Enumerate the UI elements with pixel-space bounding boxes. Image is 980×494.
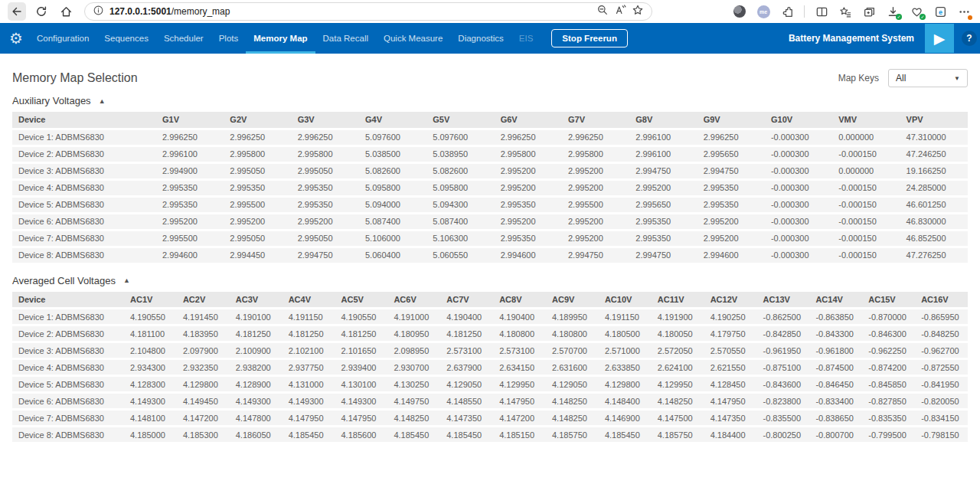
value-cell: 4.147950 — [493, 393, 546, 410]
table-row: Device 6: ADBMS68304.1493004.1494504.149… — [12, 393, 968, 410]
home-button[interactable] — [57, 2, 75, 21]
value-cell: 2.995800 — [224, 146, 291, 162]
auxiliary-voltages-table: DeviceG1VG2VG3VG4VG5VG6VG7VG8VG9VG10VVMV… — [12, 112, 968, 265]
column-header: G8V — [629, 112, 697, 129]
averaged-cell-voltages-header[interactable]: Averaged Cell Voltages ▲ — [12, 275, 968, 286]
extension-dark-icon[interactable] — [733, 5, 746, 18]
back-icon — [11, 5, 23, 18]
address-bar[interactable]: 127.0.0.1:5001/memory_map — [84, 2, 652, 21]
value-cell: 4.148250 — [652, 393, 704, 410]
downloads-icon[interactable]: ✓ — [886, 5, 900, 18]
value-cell: 2.995350 — [697, 179, 765, 196]
settings-gear-icon[interactable]: ⚙ — [9, 31, 23, 46]
value-cell: 2.995200 — [562, 162, 629, 179]
value-cell: 4.129050 — [440, 376, 493, 393]
value-cell: 4.128900 — [230, 376, 283, 393]
column-header: G7V — [562, 112, 629, 129]
nav-item-sequences[interactable]: Sequences — [96, 23, 156, 54]
main-content: Memory Map Selection Map Keys All ▼ Auxi… — [0, 54, 980, 444]
value-cell: 2.994600 — [495, 247, 562, 263]
nav-item-quick-measure[interactable]: Quick Measure — [376, 23, 450, 54]
device-cell: Device 3: ADBMS6830 — [12, 342, 124, 359]
value-cell: 5.094300 — [426, 196, 494, 213]
value-cell: 4.147350 — [704, 410, 757, 427]
value-cell: 46.830000 — [900, 213, 968, 230]
zoom-out-icon[interactable] — [596, 4, 609, 19]
value-cell: -0.838650 — [809, 410, 862, 427]
device-cell: Device 5: ADBMS6830 — [12, 196, 156, 213]
column-header: AC11V — [652, 292, 704, 309]
value-cell: 2.995350 — [292, 196, 359, 213]
back-button[interactable] — [8, 2, 26, 21]
column-header: AC8V — [493, 292, 546, 309]
column-header: AC5V — [335, 292, 388, 309]
device-cell: Device 8: ADBMS6830 — [12, 247, 156, 263]
device-cell: Device 3: ADBMS6830 — [12, 162, 156, 179]
value-cell: 2.995050 — [224, 162, 291, 179]
value-cell: 4.190250 — [704, 309, 757, 326]
value-cell: 2.101650 — [335, 342, 388, 359]
toolbar-extensions-area: me ✓ ✓ e — [733, 5, 972, 18]
favorites-icon[interactable] — [838, 5, 852, 18]
table-row: Device 7: ADBMS68302.9955002.9950502.995… — [12, 230, 968, 247]
value-cell: 4.149750 — [387, 393, 440, 410]
collections-icon[interactable] — [862, 5, 876, 18]
url-text[interactable]: 127.0.0.1:5001/memory_map — [109, 6, 591, 17]
favorite-star-icon[interactable] — [632, 4, 644, 19]
value-cell: 2.995200 — [495, 162, 562, 179]
value-cell: 46.852500 — [900, 230, 968, 247]
more-menu-icon[interactable] — [957, 5, 971, 18]
value-cell: 5.095800 — [359, 179, 426, 196]
value-cell: 4.189950 — [546, 309, 599, 326]
site-info-icon[interactable] — [93, 5, 104, 19]
ie-mode-icon[interactable]: e — [933, 5, 947, 18]
nav-item-data-recall[interactable]: Data Recall — [315, 23, 376, 54]
value-cell: -0.000300 — [765, 247, 832, 263]
nav-item-memory-map[interactable]: Memory Map — [246, 23, 315, 54]
help-icon[interactable]: ? — [962, 31, 977, 46]
value-cell: -0.848250 — [915, 326, 968, 342]
value-cell: -0.800700 — [809, 427, 862, 443]
averaged-cell-voltages-section: Averaged Cell Voltages ▲ DeviceAC1VAC2VA… — [12, 275, 968, 445]
extension-me-icon[interactable]: me — [756, 5, 770, 18]
value-cell: -0.843600 — [757, 376, 810, 393]
value-cell: 2.995800 — [292, 146, 359, 162]
value-cell: 2.995050 — [292, 162, 359, 179]
value-cell: 2.995650 — [629, 196, 697, 213]
value-cell: 4.147950 — [283, 410, 335, 427]
value-cell: 47.246250 — [900, 146, 968, 162]
value-cell: 4.181250 — [335, 326, 388, 342]
collapse-icon[interactable]: ▲ — [99, 97, 106, 105]
refresh-button[interactable] — [32, 2, 51, 21]
more-menu-notification-badge — [968, 15, 972, 20]
nav-item-scheduler[interactable]: Scheduler — [156, 23, 211, 54]
map-keys-dropdown[interactable]: All ▼ — [888, 69, 968, 87]
adi-logo[interactable]: ▶ — [925, 24, 954, 53]
nav-item-eis: EIS — [511, 23, 541, 54]
device-cell: Device 6: ADBMS6830 — [12, 213, 156, 230]
extensions-puzzle-icon[interactable] — [780, 5, 794, 18]
table-row: Device 3: ADBMS68302.1048002.0979002.100… — [12, 342, 968, 359]
value-cell: 4.185300 — [177, 427, 230, 443]
stop-freerun-button[interactable]: Stop Freerun — [551, 29, 628, 47]
column-header: AC16V — [915, 292, 968, 309]
value-cell: -0.000300 — [765, 179, 832, 196]
value-cell: 2.938200 — [230, 359, 283, 376]
value-cell: -0.846300 — [862, 326, 915, 342]
value-cell: 4.180800 — [546, 326, 599, 342]
value-cell: 4.190550 — [124, 309, 177, 326]
nav-item-configuration[interactable]: Configuration — [29, 23, 96, 54]
read-aloud-icon[interactable] — [614, 4, 626, 19]
value-cell: 2.996100 — [629, 129, 697, 146]
value-cell: -0.842850 — [757, 326, 810, 342]
value-cell: 2.570700 — [546, 342, 599, 359]
auxiliary-voltages-header[interactable]: Auxiliary Voltages ▲ — [12, 95, 968, 106]
table-row: Device 4: ADBMS68302.9953502.9953502.995… — [12, 179, 968, 196]
nav-item-diagnostics[interactable]: Diagnostics — [450, 23, 511, 54]
split-screen-icon[interactable] — [815, 5, 828, 18]
collapse-icon[interactable]: ▲ — [123, 276, 130, 284]
column-header: Device — [12, 112, 156, 129]
browser-essentials-icon[interactable]: ✓ — [910, 5, 923, 18]
nav-item-plots[interactable]: Plots — [211, 23, 247, 54]
column-header: AC7V — [440, 292, 493, 309]
